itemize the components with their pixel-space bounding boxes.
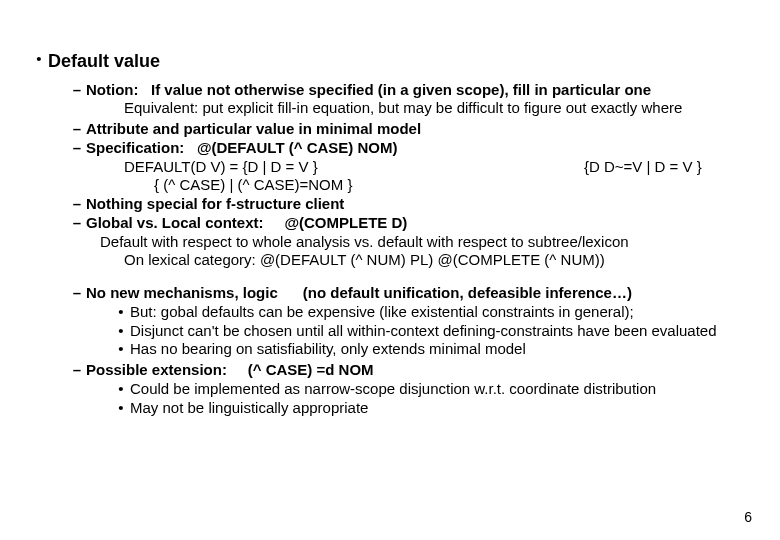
nonew-b2: Disjunct can't be chosen until all withi…: [130, 322, 717, 341]
nonew-row: – No new mechanisms, logic (no default u…: [20, 284, 760, 303]
dash-icon: –: [68, 361, 86, 380]
bullet-icon: •: [112, 399, 130, 418]
nonew-b3-row: • Has no bearing on satisfiability, only…: [20, 340, 760, 359]
notion-sub: Equivalent: put explicit fill-in equatio…: [20, 99, 760, 118]
spacer: [282, 284, 299, 301]
spec-def-right-text: {D D~=V | D = V }: [584, 158, 760, 177]
fstruct-row: – Nothing special for f-structure client: [20, 195, 760, 214]
spec-def-block: DEFAULT(D V) = {D | D = V } { (^ CASE) |…: [20, 158, 760, 196]
global-macro: @(COMPLETE D): [284, 214, 407, 231]
ext-code: (^ CASE) =d NOM: [248, 361, 374, 378]
ext-b1: Could be implemented as narrow-scope dis…: [130, 380, 656, 399]
spec-line: Specification: @(DEFAULT (^ CASE) NOM): [86, 139, 397, 158]
spacer: [189, 139, 197, 156]
spec-label: Specification:: [86, 139, 184, 156]
nonew-label: No new mechanisms, logic: [86, 284, 278, 301]
dash-icon: –: [68, 139, 86, 158]
title: Default value: [48, 50, 160, 73]
nonew-paren: (no default unification, defeasible infe…: [303, 284, 632, 301]
ext-row: – Possible extension: (^ CASE) =d NOM: [20, 361, 760, 380]
spacer: [231, 361, 244, 378]
global-line: Global vs. Local context: @(COMPLETE D): [86, 214, 407, 233]
notion-row: – Notion: If value not otherwise specifi…: [20, 81, 760, 100]
ext-b2-row: • May not be linguistically appropriate: [20, 399, 760, 418]
spec-def1: DEFAULT(D V) = {D | D = V }: [124, 158, 504, 177]
global-row: – Global vs. Local context: @(COMPLETE D…: [20, 214, 760, 233]
page-number: 6: [744, 509, 752, 527]
ext-b2: May not be linguistically appropriate: [130, 399, 368, 418]
bullet-icon: •: [112, 340, 130, 359]
fstruct-text: Nothing special for f-structure client: [86, 195, 344, 214]
spec-macro: @(DEFAULT (^ CASE) NOM): [197, 139, 398, 156]
bullet-icon: •: [112, 303, 130, 322]
ext-b1-row: • Could be implemented as narrow-scope d…: [20, 380, 760, 399]
attr-text: Attribute and particular value in minima…: [86, 120, 421, 139]
bullet-icon: •: [30, 50, 48, 73]
nonew-b3: Has no bearing on satisfiability, only e…: [130, 340, 526, 359]
notion-label: Notion:: [86, 81, 138, 98]
slide: • Default value – Notion: If value not o…: [0, 0, 780, 540]
nonew-b1: But: gobal defaults can be expensive (li…: [130, 303, 634, 322]
dash-icon: –: [68, 81, 86, 100]
notion-text: [143, 81, 147, 98]
dash-icon: –: [68, 214, 86, 233]
global-sub2: On lexical category: @(DEFAULT (^ NUM) P…: [20, 251, 760, 270]
dash-icon: –: [68, 284, 86, 303]
ext-label: Possible extension:: [86, 361, 227, 378]
nonew-line: No new mechanisms, logic (no default uni…: [86, 284, 632, 303]
notion-line: Notion: If value not otherwise specified…: [86, 81, 651, 100]
dash-icon: –: [68, 120, 86, 139]
spec-def2: { (^ CASE) | (^ CASE)=NOM }: [124, 176, 504, 195]
spec-def-right: {D D~=V | D = V }: [504, 158, 760, 196]
attr-row: – Attribute and particular value in mini…: [20, 120, 760, 139]
bullet-icon: •: [112, 380, 130, 399]
ext-line: Possible extension: (^ CASE) =d NOM: [86, 361, 374, 380]
dash-icon: –: [68, 195, 86, 214]
notion-text: If value not otherwise specified (in a g…: [151, 81, 651, 98]
global-sub1: Default with respect to whole analysis v…: [20, 233, 760, 252]
spacer: [268, 214, 281, 231]
bullet-icon: •: [112, 322, 130, 341]
spec-def-left: DEFAULT(D V) = {D | D = V } { (^ CASE) |…: [124, 158, 504, 196]
global-label: Global vs. Local context:: [86, 214, 264, 231]
spec-row: – Specification: @(DEFAULT (^ CASE) NOM): [20, 139, 760, 158]
nonew-b2-row: • Disjunct can't be chosen until all wit…: [20, 322, 760, 341]
title-row: • Default value: [20, 50, 760, 73]
nonew-b1-row: • But: gobal defaults can be expensive (…: [20, 303, 760, 322]
